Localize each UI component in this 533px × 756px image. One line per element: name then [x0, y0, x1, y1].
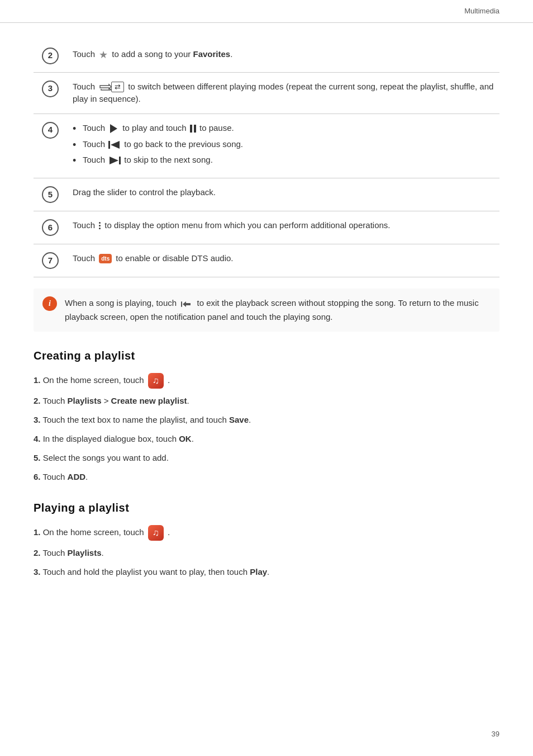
svg-rect-3 — [119, 157, 121, 164]
step-item: 3. Touch and hold the playlist you want … — [34, 565, 499, 579]
bullet-list-4: Touch to play and touch to pause. Touch — [73, 122, 494, 167]
bullet-prev: Touch to go back to the previous song. — [73, 138, 494, 151]
num-badge-7: 7 — [42, 252, 59, 269]
header-bar: Multimedia — [0, 0, 533, 23]
next-song-icon — [108, 156, 121, 165]
table-row: 4 Touch to play and touch to paus — [34, 114, 499, 178]
step-item: 1. On the home screen, touch ♫ . — [34, 525, 499, 541]
num-badge-3: 3 — [42, 81, 59, 97]
table-row: 2 Touch ★ to add a song to your Favorite… — [34, 40, 499, 73]
dts-badge-icon: dts — [99, 254, 112, 263]
num-col-3: 3 — [34, 72, 67, 114]
creating-playlist-title: Creating a playlist — [34, 347, 499, 364]
num-badge-6: 6 — [42, 219, 59, 236]
table-row: 7 Touch dts to enable or disable DTS aud… — [34, 244, 499, 277]
step-item: 6. Touch ADD. — [34, 470, 499, 484]
content-col-6: Touch to display the option menu from wh… — [67, 211, 499, 244]
info-table: 2 Touch ★ to add a song to your Favorite… — [34, 40, 499, 277]
content-col-2: Touch ★ to add a song to your Favorites. — [67, 40, 499, 73]
svg-rect-0 — [108, 141, 110, 149]
playing-playlist-steps: 1. On the home screen, touch ♫ . 2. Touc… — [34, 525, 499, 579]
num-badge-4: 4 — [42, 122, 59, 139]
step-item: 2. Touch Playlists > Create new playlist… — [34, 394, 499, 408]
content-col-7: Touch dts to enable or disable DTS audio… — [67, 244, 499, 277]
table-row: 5 Drag the slider to control the playbac… — [34, 178, 499, 211]
page-number: 39 — [492, 729, 499, 740]
step-item: 2. Touch Playlists. — [34, 546, 499, 560]
creating-playlist-steps: 1. On the home screen, touch ♫ . 2. Touc… — [34, 373, 499, 484]
back-icon — [180, 297, 193, 310]
bullet-play: Touch to play and touch to pause. — [73, 122, 494, 135]
content-col-3: Touch ⇄ to switch between different play… — [67, 72, 499, 114]
header-label: Multimedia — [464, 6, 499, 17]
content-col-5: Drag the slider to control the playback. — [67, 178, 499, 211]
play-icon — [109, 122, 118, 135]
num-col-4: 4 — [34, 114, 67, 178]
table-row: 6 Touch to display the option menu from … — [34, 211, 499, 244]
svg-marker-1 — [111, 141, 120, 149]
num-col-6: 6 — [34, 211, 67, 244]
bullet-next: Touch to skip to the next song. — [73, 154, 494, 167]
num-col-2: 2 — [34, 40, 67, 73]
playing-playlist-title: Playing a playlist — [34, 499, 499, 516]
svg-rect-4 — [181, 301, 182, 307]
page-container: 2 Touch ★ to add a song to your Favorite… — [0, 23, 533, 618]
prev-song-icon — [108, 140, 121, 149]
star-icon: ★ — [99, 48, 108, 63]
num-col-5: 5 — [34, 178, 67, 211]
svg-marker-2 — [110, 157, 118, 164]
playing-playlist-section: Playing a playlist 1. On the home screen… — [34, 499, 499, 579]
table-row: 3 Touch ⇄ to switch between different pl… — [34, 72, 499, 114]
num-badge-5: 5 — [42, 186, 59, 203]
pause-icon — [190, 125, 196, 133]
num-col-7: 7 — [34, 244, 67, 277]
music-app-icon-1: ♫ — [148, 373, 164, 389]
info-note: i When a song is playing, touch to exit … — [34, 289, 499, 332]
step-item: 5. Select the songs you want to add. — [34, 451, 499, 465]
step-item: 1. On the home screen, touch ♫ . — [34, 373, 499, 389]
three-dots-icon — [99, 222, 101, 229]
music-app-icon-2: ♫ — [148, 525, 164, 541]
creating-playlist-section: Creating a playlist 1. On the home scree… — [34, 347, 499, 484]
info-icon: i — [42, 296, 57, 311]
step-item: 3. Touch the text box to name the playli… — [34, 413, 499, 427]
info-note-text: When a song is playing, touch to exit th… — [65, 296, 491, 324]
step-item: 4. In the displayed dialogue box, touch … — [34, 432, 499, 446]
num-badge-2: 2 — [42, 48, 59, 64]
content-col-4: Touch to play and touch to pause. Touch — [67, 114, 499, 178]
repeat-mode-icon: ⇄ — [99, 82, 124, 93]
